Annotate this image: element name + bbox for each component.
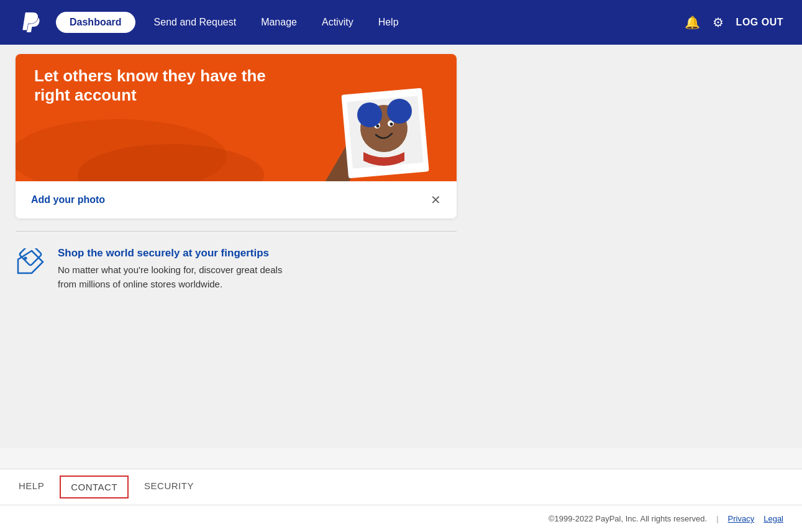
nav-help[interactable]: Help — [378, 17, 399, 28]
footer: HELP CONTACT SECURITY ©1999-2022 PayPal,… — [0, 469, 802, 532]
navbar: Dashboard Send and Request Manage Activi… — [0, 0, 802, 45]
promo-footer: Add your photo ✕ — [16, 181, 457, 219]
dashboard-button[interactable]: Dashboard — [56, 12, 135, 33]
promo-illustration — [283, 66, 438, 181]
legal-link[interactable]: Legal — [763, 514, 783, 523]
shop-description: No matter what you're looking for, disco… — [58, 263, 282, 291]
promo-card: Let others know they have the right acco… — [16, 54, 457, 219]
paypal-logo — [19, 10, 43, 35]
shop-text: Shop the world securely at your fingerti… — [58, 247, 282, 291]
promo-banner: Let others know they have the right acco… — [16, 54, 457, 181]
promo-banner-title: Let others know they have the right acco… — [34, 66, 295, 105]
notification-icon[interactable]: 🔔 — [685, 15, 700, 30]
section-divider — [16, 231, 457, 232]
nav-manage[interactable]: Manage — [261, 17, 297, 28]
nav-links: Send and Request Manage Activity Help — [154, 17, 685, 28]
settings-icon[interactable]: ⚙ — [713, 15, 724, 30]
logout-button[interactable]: LOG OUT — [736, 17, 783, 28]
shop-title: Shop the world securely at your fingerti… — [58, 247, 282, 259]
svg-point-7 — [357, 102, 382, 127]
footer-tabs: HELP CONTACT SECURITY — [0, 469, 802, 505]
copyright-text: ©1999-2022 PayPal, Inc. All rights reser… — [549, 514, 707, 523]
promo-close-button[interactable]: ✕ — [431, 192, 441, 207]
nav-send-request[interactable]: Send and Request — [154, 17, 237, 28]
footer-tab-contact[interactable]: CONTACT — [60, 476, 129, 498]
shop-icon — [16, 248, 45, 278]
footer-separator: | — [716, 514, 718, 523]
privacy-link[interactable]: Privacy — [728, 514, 755, 523]
main-content: Let others know they have the right acco… — [0, 45, 802, 448]
svg-point-8 — [387, 99, 412, 124]
svg-point-10 — [24, 257, 27, 260]
add-photo-link[interactable]: Add your photo — [31, 194, 105, 205]
shop-section: Shop the world securely at your fingerti… — [0, 247, 441, 291]
nav-right-actions: 🔔 ⚙ LOG OUT — [685, 15, 783, 30]
nav-activity[interactable]: Activity — [322, 17, 353, 28]
svg-point-6 — [390, 123, 393, 126]
footer-bottom: ©1999-2022 PayPal, Inc. All rights reser… — [0, 505, 802, 532]
footer-tab-help[interactable]: HELP — [19, 469, 57, 505]
footer-tab-security[interactable]: SECURITY — [132, 469, 206, 505]
